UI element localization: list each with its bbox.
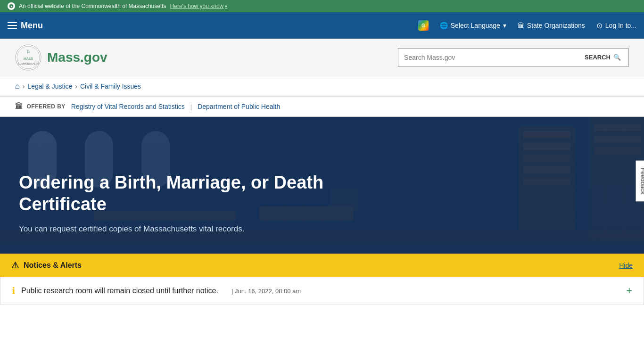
- feedback-tab[interactable]: Feedback: [636, 160, 644, 201]
- breadcrumb-sep-1: ›: [23, 82, 25, 90]
- offered-by: 🏛 OFFERED BY Registry of Vital Records a…: [0, 97, 644, 117]
- notice-text: Public research room will remain closed …: [21, 287, 218, 295]
- expand-notice-button[interactable]: +: [626, 285, 632, 297]
- notice-date: | Jun. 16, 2022, 08:00 am: [231, 288, 301, 295]
- nav-right: G 🌐 Select Language ▾ 🏛 State Organizati…: [418, 20, 636, 31]
- logo-text: Mass.gov: [47, 50, 107, 65]
- notice-left: ℹ Public research room will remain close…: [12, 285, 620, 296]
- breadcrumb-legal-justice[interactable]: Legal & Justice: [27, 82, 72, 90]
- state-organizations-item[interactable]: 🏛 State Organizations: [518, 22, 585, 29]
- hide-button[interactable]: Hide: [619, 262, 633, 269]
- select-language-item[interactable]: 🌐 Select Language ▾: [440, 22, 506, 29]
- login-label: Log In to...: [605, 22, 636, 29]
- search-icon: 🔍: [613, 54, 621, 61]
- logo-area[interactable]: ⚐ MASS COMMONWEALTH Mass.gov: [15, 44, 107, 71]
- notices-header: ⚠ Notices & Alerts Hide: [0, 254, 644, 277]
- svg-rect-18: [523, 166, 570, 173]
- breadcrumb-sep-2: ›: [75, 82, 77, 90]
- home-icon[interactable]: ⌂: [15, 82, 20, 90]
- globe-icon: 🌐: [440, 22, 448, 29]
- login-item[interactable]: ⊙ Log In to...: [596, 21, 636, 30]
- menu-label[interactable]: Menu: [21, 21, 43, 31]
- svg-text:COMMONWEALTH: COMMONWEALTH: [18, 62, 39, 65]
- hero-content: Ordering a Birth, Marriage, or Death Cer…: [0, 153, 415, 254]
- notices-title-area: ⚠ Notices & Alerts: [11, 260, 82, 271]
- search-label: SEARCH: [585, 54, 611, 61]
- breadcrumb-civil-family[interactable]: Civil & Family Issues: [80, 82, 141, 90]
- warning-icon: ⚠: [11, 260, 19, 271]
- info-icon: ℹ: [12, 285, 16, 296]
- google-translate-item[interactable]: G: [418, 20, 429, 31]
- hamburger-menu[interactable]: [8, 22, 17, 29]
- svg-rect-19: [523, 178, 570, 185]
- notice-item: ℹ Public research room will remain close…: [0, 277, 644, 305]
- feedback-label: Feedback: [639, 167, 644, 194]
- google-translate-icon: G: [418, 20, 429, 31]
- select-language-label: Select Language: [451, 22, 500, 29]
- notices-title: Notices & Alerts: [24, 261, 82, 270]
- svg-rect-16: [523, 143, 570, 150]
- svg-text:MASS: MASS: [24, 57, 33, 60]
- heres-how-chevron: ▾: [225, 4, 227, 9]
- login-icon: ⊙: [596, 21, 603, 30]
- hero-section: Ordering a Birth, Marriage, or Death Cer…: [0, 117, 644, 254]
- ma-seal-icon: ★: [8, 2, 15, 10]
- header: ⚐ MASS COMMONWEALTH Mass.gov SEARCH 🔍: [0, 39, 644, 76]
- svg-text:⚐: ⚐: [26, 49, 31, 55]
- org-health-link[interactable]: Department of Public Health: [198, 103, 280, 110]
- notices-section: ⚠ Notices & Alerts Hide ℹ Public researc…: [0, 254, 644, 305]
- ma-seal-logo: ⚐ MASS COMMONWEALTH: [15, 44, 41, 71]
- svg-rect-17: [523, 155, 570, 162]
- state-organizations-label: State Organizations: [527, 22, 585, 29]
- org-divider: |: [190, 103, 192, 110]
- svg-text:★: ★: [10, 5, 13, 8]
- svg-rect-22: [594, 136, 641, 143]
- state-org-icon: 🏛: [518, 22, 524, 29]
- hero-title: Ordering a Birth, Marriage, or Death Cer…: [19, 172, 396, 215]
- search-input[interactable]: [398, 48, 577, 67]
- building-icon: 🏛: [15, 102, 23, 111]
- org-registry-link[interactable]: Registry of Vital Records and Statistics: [71, 103, 185, 110]
- select-language-chevron: ▾: [503, 22, 506, 29]
- search-area: SEARCH 🔍: [398, 48, 629, 67]
- search-button[interactable]: SEARCH 🔍: [577, 48, 629, 67]
- svg-rect-15: [523, 131, 570, 138]
- offered-by-label: 🏛 OFFERED BY: [15, 102, 66, 111]
- svg-rect-23: [594, 148, 641, 155]
- heres-how-link[interactable]: Here's how you know ▾: [170, 3, 228, 9]
- official-bar: ★ An official website of the Commonwealt…: [0, 0, 644, 12]
- menu-left: Menu: [8, 21, 43, 31]
- svg-rect-21: [594, 124, 641, 131]
- breadcrumb: ⌂ › Legal & Justice › Civil & Family Iss…: [0, 76, 644, 97]
- nav-bar: Menu G 🌐 Select Language ▾ 🏛 State Organ…: [0, 12, 644, 39]
- official-text: An official website of the Commonwealth …: [19, 3, 166, 9]
- hero-subtitle: You can request certified copies of Mass…: [19, 223, 396, 235]
